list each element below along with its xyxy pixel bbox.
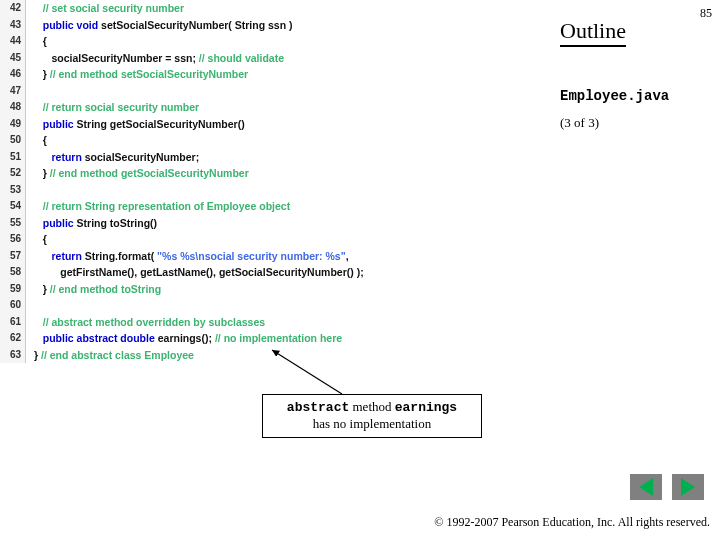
code-line: 60 [0, 297, 550, 314]
filename-label: Employee.java [560, 88, 669, 104]
code-line: 47 [0, 83, 550, 100]
callout-code-2: earnings [395, 400, 457, 415]
code-line: 52 } // end method getSocialSecurityNumb… [0, 165, 550, 182]
line-number: 58 [0, 264, 26, 281]
line-number: 60 [0, 297, 26, 314]
code-line: 44 { [0, 33, 550, 50]
line-content: // set social security number [26, 0, 184, 17]
code-line: 50 { [0, 132, 550, 149]
line-number: 46 [0, 66, 26, 83]
line-number: 57 [0, 248, 26, 265]
code-line: 48 // return social security number [0, 99, 550, 116]
slide-number: 85 [700, 6, 712, 21]
code-line: 45 socialSecurityNumber = ssn; // should… [0, 50, 550, 67]
code-line: 59 } // end method toString [0, 281, 550, 298]
line-number: 44 [0, 33, 26, 50]
line-content: { [26, 132, 47, 149]
line-number: 56 [0, 231, 26, 248]
line-number: 59 [0, 281, 26, 298]
line-number: 49 [0, 116, 26, 133]
line-content: public String toString() [26, 215, 157, 232]
code-line: 58 getFirstName(), getLastName(), getSoc… [0, 264, 550, 281]
line-content: return String.format( "%s %s\nsocial sec… [26, 248, 349, 265]
code-line: 56 { [0, 231, 550, 248]
triangle-left-icon [639, 478, 653, 496]
line-content: return socialSecurityNumber; [26, 149, 199, 166]
callout-code-1: abstract [287, 400, 349, 415]
code-line: 57 return String.format( "%s %s\nsocial … [0, 248, 550, 265]
code-panel: 42 // set social security number43 publi… [0, 0, 550, 370]
line-number: 61 [0, 314, 26, 331]
code-line: 61 // abstract method overridden by subc… [0, 314, 550, 331]
code-line: 53 [0, 182, 550, 199]
line-content: // return String representation of Emplo… [26, 198, 290, 215]
line-content: public void setSocialSecurityNumber( Str… [26, 17, 293, 34]
line-number: 43 [0, 17, 26, 34]
page-of-label: (3 of 3) [560, 115, 599, 131]
line-number: 50 [0, 132, 26, 149]
code-line: 62 public abstract double earnings(); //… [0, 330, 550, 347]
line-number: 62 [0, 330, 26, 347]
code-line: 49 public String getSocialSecurityNumber… [0, 116, 550, 133]
code-line: 55 public String toString() [0, 215, 550, 232]
line-content [26, 297, 34, 314]
line-content: } // end method setSocialSecurityNumber [26, 66, 248, 83]
code-line: 63} // end abstract class Employee [0, 347, 550, 364]
line-content: { [26, 33, 47, 50]
line-content: public abstract double earnings(); // no… [26, 330, 342, 347]
line-content: } // end abstract class Employee [26, 347, 194, 364]
callout-text-mid: method [349, 399, 395, 414]
outline-title-text: Outline [560, 18, 626, 47]
line-content: } // end method toString [26, 281, 161, 298]
copyright-text: © 1992-2007 Pearson Education, Inc. All … [434, 515, 710, 530]
callout-line2: has no implementation [313, 416, 431, 431]
line-number: 55 [0, 215, 26, 232]
line-number: 47 [0, 83, 26, 100]
line-number: 54 [0, 198, 26, 215]
prev-button[interactable] [630, 474, 662, 500]
line-number: 51 [0, 149, 26, 166]
line-content: } // end method getSocialSecurityNumber [26, 165, 249, 182]
line-number: 52 [0, 165, 26, 182]
line-content: { [26, 231, 47, 248]
line-content [26, 83, 34, 100]
line-number: 42 [0, 0, 26, 17]
line-number: 53 [0, 182, 26, 199]
line-content: // abstract method overridden by subclas… [26, 314, 265, 331]
line-number: 45 [0, 50, 26, 67]
line-content [26, 182, 34, 199]
callout-box: abstract method earnings has no implemen… [262, 394, 482, 438]
line-content: getFirstName(), getLastName(), getSocial… [26, 264, 364, 281]
code-line: 46 } // end method setSocialSecurityNumb… [0, 66, 550, 83]
line-content: // return social security number [26, 99, 199, 116]
code-line: 54 // return String representation of Em… [0, 198, 550, 215]
triangle-right-icon [681, 478, 695, 496]
outline-heading: Outline [560, 18, 626, 47]
line-content: socialSecurityNumber = ssn; // should va… [26, 50, 284, 67]
code-line: 42 // set social security number [0, 0, 550, 17]
nav-buttons [630, 474, 704, 500]
line-content: public String getSocialSecurityNumber() [26, 116, 245, 133]
line-number: 48 [0, 99, 26, 116]
code-line: 43 public void setSocialSecurityNumber( … [0, 17, 550, 34]
line-number: 63 [0, 347, 26, 364]
next-button[interactable] [672, 474, 704, 500]
code-line: 51 return socialSecurityNumber; [0, 149, 550, 166]
